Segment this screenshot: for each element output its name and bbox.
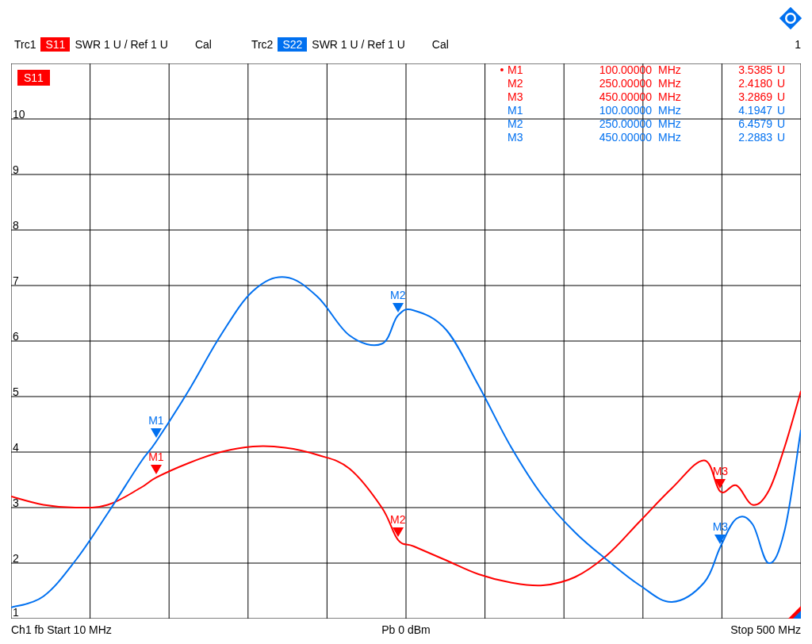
y-tick-label: 5: [13, 385, 36, 398]
trc2-cal: Cal: [432, 38, 449, 51]
trc1-desc: SWR 1 U / Ref 1 U: [75, 38, 167, 51]
s11-chip[interactable]: S11: [40, 37, 70, 52]
marker-readout-row: M1100.00000MHz4.1947U: [496, 104, 801, 117]
marker-readout-row: M3450.00000MHz3.2869U: [496, 90, 801, 104]
marker-label: M2: [390, 513, 405, 526]
stop-frequency: Stop 500 MHz: [730, 623, 801, 636]
trc2-label: Trc2: [251, 38, 273, 51]
y-tick-label: 1: [13, 606, 36, 619]
marker-triangle-icon[interactable]: [393, 303, 404, 312]
y-tick-label: 6: [13, 330, 36, 343]
marker-readout-row: •M1100.00000MHz3.5385U: [496, 63, 801, 77]
marker-readout-table: •M1100.00000MHz3.5385UM2250.00000MHz2.41…: [496, 63, 801, 144]
power-level: Pb 0 dBm: [381, 623, 430, 636]
marker-readout-row: M2250.00000MHz2.4180U: [496, 77, 801, 90]
active-trace-badge: S11: [17, 70, 50, 86]
trc1-label: Trc1: [14, 38, 36, 51]
marker-triangle-icon[interactable]: [714, 535, 726, 544]
marker-triangle-icon[interactable]: [714, 479, 726, 489]
marker-triangle-icon[interactable]: [151, 428, 162, 438]
y-tick-label: 3: [13, 496, 36, 509]
footer-bar: Ch1 fb Start 10 MHz Pb 0 dBm Stop 500 MH…: [11, 622, 801, 638]
trc1-cal: Cal: [195, 38, 212, 51]
y-tick-label: 7: [13, 274, 36, 287]
y-tick-label: 8: [13, 219, 36, 232]
trc2-desc: SWR 1 U / Ref 1 U: [312, 38, 404, 51]
y-tick-label: 2: [13, 552, 36, 565]
y-tick-label: 10: [13, 108, 36, 121]
trace-header: Trc1 S11 SWR 1 U / Ref 1 U Cal Trc2 S22 …: [0, 35, 812, 54]
channel-number: 1: [795, 38, 801, 51]
y-tick-label: 4: [13, 441, 36, 454]
marker-readout-row: M3450.00000MHz2.2883U: [496, 131, 801, 144]
y-tick-label: 9: [13, 163, 36, 176]
marker-label: M3: [713, 465, 728, 477]
marker-readout-row: M2250.00000MHz6.4579U: [496, 117, 801, 131]
corner-indicator-blue: [793, 611, 801, 619]
marker-triangle-icon[interactable]: [151, 465, 162, 474]
marker-triangle-icon[interactable]: [393, 527, 404, 537]
marker-label: M1: [148, 414, 163, 427]
swr-plot[interactable]: S11 •M1100.00000MHz3.5385UM2250.00000MHz…: [11, 63, 801, 619]
start-frequency: Ch1 fb Start 10 MHz: [11, 623, 112, 636]
brand-logo: [777, 5, 804, 34]
marker-label: M1: [148, 450, 163, 463]
marker-label: M2: [390, 289, 405, 301]
marker-label: M3: [713, 520, 728, 533]
s22-chip[interactable]: S22: [278, 37, 307, 52]
